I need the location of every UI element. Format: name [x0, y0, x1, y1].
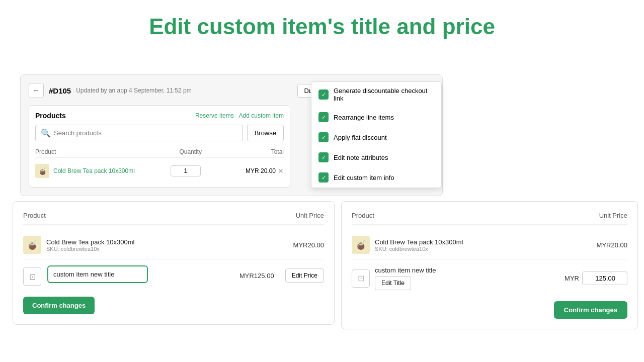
add-custom-item-link[interactable]: Add custom item: [239, 112, 284, 119]
search-input[interactable]: [54, 129, 237, 137]
bl-product-sku-1: SKU: coldbrewtea10x: [46, 246, 293, 252]
bl-product-icon-1: 🧉: [23, 236, 41, 254]
reserve-items-link[interactable]: Reserve items: [195, 112, 234, 119]
price-spinner-input[interactable]: [582, 272, 627, 285]
bottom-right-panel: Product Unit Price 🧉 Cold Brew Tea pack …: [341, 201, 638, 329]
dropdown-item-rearrange[interactable]: ✓ Rearrange line items: [311, 107, 441, 127]
order-id: #D105: [49, 86, 71, 95]
dropdown-item-generate[interactable]: ✓ Generate discountable checkout link: [311, 82, 441, 107]
search-icon: 🔍: [41, 128, 51, 138]
br-confirm-button[interactable]: Confirm changes: [554, 301, 627, 319]
col-quantity-header: Quantity: [159, 148, 222, 155]
br-price-group: MYR: [565, 272, 627, 285]
product-link[interactable]: Cold Brew Tea pack 10x300ml: [53, 167, 135, 174]
br-product-price-1: MYR20.00: [597, 241, 627, 249]
br-col-unit-price: Unit Price: [599, 212, 627, 219]
dropdown-label-rearrange: Rearrange line items: [334, 114, 394, 121]
check-icon-generate: ✓: [318, 89, 329, 100]
br-product-row-1: 🧉 Cold Brew Tea pack 10x300ml SKU: coldb…: [352, 231, 627, 259]
check-icon-custom-info: ✓: [318, 172, 329, 183]
products-title: Products: [35, 112, 66, 120]
browse-button[interactable]: Browse: [247, 125, 284, 141]
quantity-input[interactable]: [171, 165, 201, 176]
br-product-icon-1: 🧉: [352, 236, 370, 254]
remove-product-button[interactable]: ✕: [278, 167, 284, 175]
br-product-sku-1: SKU: coldbrewtea10x: [375, 246, 597, 252]
bl-product-price-1: MYR20.00: [293, 241, 324, 249]
back-button[interactable]: ←: [29, 83, 44, 98]
products-section: Products Reserve items Add custom item 🔍…: [29, 105, 290, 188]
dropdown-item-note-attributes[interactable]: ✓ Edit note attributes: [311, 147, 441, 167]
bl-product-name-1: Cold Brew Tea pack 10x300ml: [46, 238, 293, 246]
check-icon-flat-discount: ✓: [318, 132, 329, 142]
dropdown-label-custom-info: Edit custom item info: [334, 174, 394, 182]
custom-item-title-input[interactable]: [47, 265, 148, 283]
check-icon-note-attributes: ✓: [318, 152, 329, 162]
order-meta: Updated by an app 4 September, 11:52 pm: [76, 87, 192, 94]
more-actions-dropdown: ✓ Generate discountable checkout link ✓ …: [311, 81, 442, 188]
product-thumb: 🧉: [35, 164, 49, 178]
page-title: Edit custom item's title and price: [0, 0, 644, 49]
br-custom-item-icon: ⊡: [352, 269, 370, 288]
bl-custom-item-icon: ⊡: [23, 267, 41, 286]
bl-col-product: Product: [23, 212, 46, 219]
br-custom-item-title: custom item new title: [375, 266, 559, 274]
dropdown-item-flat-discount[interactable]: ✓ Apply flat discount: [311, 127, 441, 147]
dropdown-label-generate: Generate discountable checkout link: [334, 87, 434, 102]
image-icon: ⊡: [29, 272, 36, 282]
dropdown-label-note-attributes: Edit note attributes: [334, 154, 388, 161]
product-row-price: MYR 20.00: [216, 167, 276, 174]
dropdown-label-flat-discount: Apply flat discount: [334, 134, 387, 141]
edit-price-button[interactable]: Edit Price: [285, 268, 324, 283]
col-total-header: Total: [222, 148, 284, 155]
table-row: 🧉 Cold Brew Tea pack 10x300ml MYR 20.00 …: [35, 161, 284, 181]
br-product-name-1: Cold Brew Tea pack 10x300ml: [375, 238, 597, 246]
dropdown-item-custom-info[interactable]: ✓ Edit custom item info: [311, 167, 441, 188]
br-currency-label: MYR: [565, 275, 579, 282]
edit-title-button[interactable]: Edit Title: [375, 276, 411, 290]
br-col-product: Product: [352, 212, 374, 219]
col-product-header: Product: [35, 148, 159, 155]
search-input-wrap: 🔍: [35, 125, 243, 141]
bl-col-unit-price: Unit Price: [296, 212, 324, 219]
br-custom-item-row: ⊡ custom item new title Edit Title MYR: [352, 259, 627, 297]
bl-product-row-1: 🧉 Cold Brew Tea pack 10x300ml SKU: coldb…: [23, 231, 324, 259]
check-icon-rearrange: ✓: [318, 112, 329, 122]
bl-custom-item-row: ⊡ MYR125.00 Edit Price: [23, 259, 324, 292]
bl-custom-item-price: MYR125.00: [239, 272, 274, 280]
bottom-left-panel: Product Unit Price 🧉 Cold Brew Tea pack …: [13, 201, 335, 325]
bl-confirm-button[interactable]: Confirm changes: [23, 297, 95, 314]
br-image-icon: ⊡: [358, 274, 364, 283]
